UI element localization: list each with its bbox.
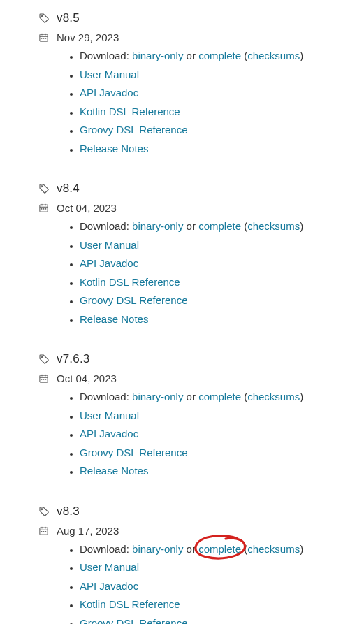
checksums-link[interactable]: checksums [247,220,300,232]
doc-link[interactable]: User Manual [80,561,139,573]
download-binary-only-link[interactable]: binary-only [132,220,183,232]
svg-rect-13 [41,208,43,210]
doc-link[interactable]: API Javadoc [80,580,138,592]
or-word: or [187,543,196,555]
download-label: Download: [80,543,129,555]
version-row: v8.3 [38,505,350,518]
release-block: v8.3Aug 17, 2023Download: binary-only or… [39,505,350,625]
calendar-icon [38,373,49,384]
download-binary-only-link[interactable]: binary-only [132,50,183,61]
list-item: Release Notes [80,462,350,481]
doc-link[interactable]: Groovy DSL Reference [80,124,188,136]
list-item: Kotlin DSL Reference [80,103,350,122]
list-item: API Javadoc [80,254,350,273]
or-word: or [187,220,196,232]
list-item: API Javadoc [80,425,350,444]
list-item: Groovy DSL Reference [80,614,350,625]
version-label: v8.4 [57,182,80,196]
svg-rect-29 [41,531,43,532]
release-links-list: Download: binary-only or complete (check… [39,388,350,481]
list-item: Kotlin DSL Reference [80,595,350,614]
calendar-icon [38,32,49,43]
or-word: or [187,50,196,61]
doc-link[interactable]: API Javadoc [80,87,138,99]
svg-rect-23 [45,379,47,380]
release-date: Oct 04, 2023 [57,372,117,384]
list-item: API Javadoc [80,577,350,596]
checksums-link[interactable]: checksums [247,543,300,555]
tag-icon [38,354,50,365]
doc-link[interactable]: API Javadoc [80,428,138,440]
doc-link[interactable]: API Javadoc [80,257,138,269]
tag-icon [38,183,50,194]
list-item: User Manual [80,407,350,426]
svg-point-8 [41,186,43,187]
doc-link[interactable]: Kotlin DSL Reference [80,276,180,288]
svg-rect-21 [41,379,43,380]
doc-link[interactable]: Groovy DSL Reference [80,294,188,306]
download-complete-link[interactable]: complete [198,391,241,402]
download-complete-link[interactable]: complete [198,50,241,61]
version-label: v8.3 [57,505,80,518]
svg-rect-31 [45,531,47,532]
release-links-list: Download: binary-only or complete (check… [39,217,350,328]
svg-rect-22 [43,379,45,380]
list-item: User Manual [80,236,350,255]
calendar-icon [38,525,49,536]
list-item: Release Notes [80,310,350,329]
svg-rect-7 [45,38,47,39]
release-links-list: Download: binary-only or complete (check… [39,540,350,625]
tag-icon [38,13,50,24]
download-complete-link[interactable]: complete [198,543,241,555]
date-row: Nov 29, 2023 [38,31,350,43]
date-row: Aug 17, 2023 [38,525,350,537]
release-block: v8.4Oct 04, 2023Download: binary-only or… [39,182,350,328]
list-item: Groovy DSL Reference [80,121,350,140]
doc-link[interactable]: User Manual [80,239,139,251]
checksums-link[interactable]: checksums [247,391,300,402]
release-block: v7.6.3Oct 04, 2023Download: binary-only … [39,352,350,481]
download-complete-link[interactable]: complete [198,220,241,232]
version-row: v8.5 [38,11,350,25]
list-item: Download: binary-only or complete (check… [80,540,350,559]
svg-rect-5 [41,38,43,39]
date-row: Oct 04, 2023 [38,202,350,214]
version-row: v8.4 [38,182,350,196]
doc-link[interactable]: User Manual [80,68,139,80]
list-item: Download: binary-only or complete (check… [80,388,350,407]
doc-link[interactable]: Release Notes [80,143,148,154]
doc-link[interactable]: Groovy DSL Reference [80,447,188,458]
svg-point-16 [41,356,43,358]
release-date: Nov 29, 2023 [57,31,119,43]
version-label: v7.6.3 [57,352,90,366]
doc-link[interactable]: Release Notes [80,465,148,477]
doc-link[interactable]: Kotlin DSL Reference [80,598,180,610]
svg-rect-14 [43,208,45,210]
doc-link[interactable]: Release Notes [80,313,148,325]
release-date: Oct 04, 2023 [57,202,117,214]
paren-close: ) [300,543,303,555]
download-binary-only-link[interactable]: binary-only [132,543,183,555]
list-item: Download: binary-only or complete (check… [80,217,350,236]
list-item: Groovy DSL Reference [80,291,350,310]
download-label: Download: [80,391,129,402]
tag-icon [38,506,50,517]
doc-link[interactable]: Kotlin DSL Reference [80,106,180,117]
svg-rect-15 [45,208,47,210]
version-label: v8.5 [57,11,80,25]
list-item: User Manual [80,558,350,577]
svg-point-24 [41,508,43,509]
paren-close: ) [300,50,303,61]
or-word: or [187,391,196,402]
doc-link[interactable]: User Manual [80,409,139,421]
checksums-link[interactable]: checksums [247,50,300,61]
list-item: User Manual [80,66,350,85]
list-item: API Javadoc [80,84,350,103]
download-binary-only-link[interactable]: binary-only [132,391,183,402]
release-links-list: Download: binary-only or complete (check… [39,47,350,158]
calendar-icon [38,203,49,213]
list-item: Kotlin DSL Reference [80,273,350,292]
download-label: Download: [80,220,129,232]
list-item: Download: binary-only or complete (check… [80,47,350,66]
doc-link[interactable]: Groovy DSL Reference [80,617,188,625]
